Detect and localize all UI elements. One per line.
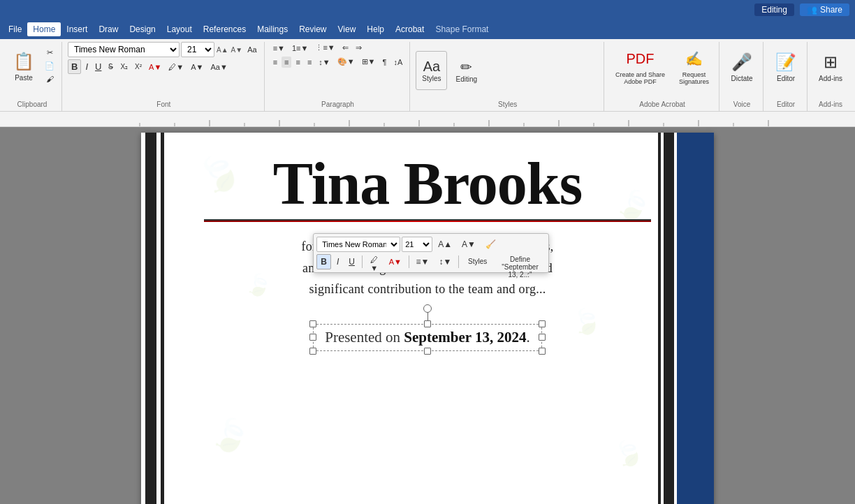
menu-references[interactable]: References [198,22,251,36]
mini-define-button[interactable]: Define "September13, 2..." [495,254,546,269]
styles-button[interactable]: Aa Styles [416,51,447,90]
line-spacing-button[interactable]: ↕▼ [316,57,332,68]
ribbon-group-addins: ⊞ Add-ins Add-ins [809,42,852,111]
date-text: September 13, 2024 [404,329,526,346]
increase-indent-button[interactable]: ⇒ [353,42,365,54]
menu-draw[interactable]: Draw [93,22,124,36]
menu-view[interactable]: View [332,22,362,36]
cut-button[interactable]: ✂ [42,47,57,59]
italic-button[interactable]: I [82,60,91,73]
mini-separator-1 [362,255,363,268]
text-effects-button[interactable]: A▼ [188,61,206,73]
request-signatures-button[interactable]: ✍ RequestSignatures [673,43,715,90]
align-right-button[interactable]: ≡ [293,57,302,68]
handle-bottom-left[interactable] [309,348,316,355]
editor-label: Editor [769,99,803,111]
mini-styles-button[interactable]: Styles [462,254,493,269]
menu-shape-format[interactable]: Shape Format [430,22,494,36]
mini-bold-button[interactable]: B [316,254,331,269]
mini-font-color-button[interactable]: A▼ [385,254,406,269]
font-size-dropdown[interactable]: 21 [181,42,214,57]
editing-indicator[interactable]: Editing [754,3,794,16]
handle-bottom-middle[interactable] [424,348,431,355]
superscript-button[interactable]: X² [132,61,145,72]
mini-font-dropdown[interactable]: Times New Roman [316,237,400,252]
menu-acrobat[interactable]: Acrobat [390,22,430,36]
subscript-button[interactable]: X₂ [117,61,131,72]
mini-grow-button[interactable]: A▲ [434,237,456,252]
font-shrink-button[interactable]: A▼ [231,46,244,54]
multilevel-list-button[interactable]: ⋮≡▼ [312,42,337,54]
dictate-button[interactable]: 🎤 Dictate [725,42,759,91]
copy-icon: 📄 [45,61,54,71]
mini-toolbar: Times New Roman 21 A▲ A▼ 🧹 B I U [313,233,549,273]
handle-middle-right[interactable] [539,334,546,341]
show-hide-button[interactable]: ¶ [379,57,389,68]
menu-home[interactable]: Home [27,22,61,36]
paste-button[interactable]: 📋 Paste [7,42,41,89]
mini-italic-button[interactable]: I [332,254,343,269]
menu-file[interactable]: File [3,22,27,36]
decrease-indent-button[interactable]: ⇐ [339,42,351,54]
mini-underline-button[interactable]: U [344,254,359,269]
ruler [0,112,855,127]
voice-label: Voice [725,99,759,111]
mini-clear-format-button[interactable]: 🧹 [481,237,500,252]
ribbon-group-paragraph: ≡▼ 1≡▼ ⋮≡▼ ⇐ ⇒ ≡ ≡ ≡ ≡ ↕▼ 🎨▼ ⊞▼ ¶ ↕A Par… [266,42,411,111]
sort-button[interactable]: ↕A [390,57,405,68]
handle-bottom-right[interactable] [539,348,546,355]
create-share-pdf-button[interactable]: PDF Create and ShareAdobe PDF [610,43,671,90]
ribbon-group-editor: 📝 Editor Editor [765,42,808,111]
change-case-button[interactable]: Aa▼ [207,61,230,73]
font-name-dropdown[interactable]: Times New Roman [68,42,180,57]
addins-icon: ⊞ [819,51,842,73]
handle-top-middle[interactable] [424,320,431,327]
mini-line-spacing-button[interactable]: ↕▼ [434,254,455,269]
bullets-button[interactable]: ≡▼ [270,43,288,54]
editing-button[interactable]: ✏ Editing [450,51,483,90]
ribbon-group-voice: 🎤 Dictate Voice [721,42,763,111]
pdf-icon: PDF [629,47,652,70]
strikethrough-button[interactable]: S̶ [105,61,116,73]
rotation-handle[interactable] [423,304,432,313]
rotation-line [428,311,428,321]
menu-mailings[interactable]: Mailings [251,22,293,36]
ribbon-group-font: Times New Roman 21 A▲ A▼ Aa B I U S̶ X₂ … [64,42,265,111]
underline-button[interactable]: U [92,60,104,73]
menu-help[interactable]: Help [361,22,390,36]
mini-highlight-button[interactable]: 🖊▼ [365,254,383,269]
handle-top-right[interactable] [539,320,546,327]
menu-insert[interactable]: Insert [61,22,93,36]
paragraph-label: Paragraph [270,99,406,111]
shading-button[interactable]: 🎨▼ [335,56,358,68]
textbox-container[interactable]: Presented on September 13, 2024. Times N… [313,324,542,351]
align-center-button[interactable]: ≡ [282,57,291,68]
mini-shrink-button[interactable]: A▼ [458,237,480,252]
bold-button[interactable]: B [68,59,81,74]
mini-separator-3 [458,255,459,268]
copy-button[interactable]: 📄 [42,60,57,72]
editor-icon: 📝 [775,51,797,73]
addins-button[interactable]: ⊞ Add-ins [813,42,848,91]
menu-layout[interactable]: Layout [161,22,198,36]
share-button[interactable]: 👥 Share [800,3,849,16]
ribbon-group-clipboard: 📋 Paste ✂ 📄 🖌 Clipboard [3,42,62,111]
mini-size-dropdown[interactable]: 21 [402,237,432,252]
format-painter-button[interactable]: 🖌 [42,73,57,84]
clear-format-button[interactable]: Aa [244,44,259,55]
menu-review[interactable]: Review [293,22,332,36]
handle-middle-left[interactable] [309,334,316,341]
mini-bullets-button[interactable]: ≡▼ [412,254,434,269]
align-left-button[interactable]: ≡ [270,57,280,68]
highlight-button[interactable]: 🖊▼ [166,61,187,73]
font-color-button[interactable]: A▼ [146,61,164,73]
handle-top-left[interactable] [309,320,316,327]
editor-button[interactable]: 📝 Editor [769,42,803,91]
font-grow-button[interactable]: A▲ [216,46,229,54]
page-content: Tina Brooks for the exemplary dedication… [141,133,714,372]
borders-button[interactable]: ⊞▼ [359,56,379,68]
numbering-button[interactable]: 1≡▼ [289,43,311,54]
presented-text-box[interactable]: Presented on September 13, 2024. [313,324,542,351]
justify-button[interactable]: ≡ [305,57,314,68]
menu-design[interactable]: Design [124,22,161,36]
